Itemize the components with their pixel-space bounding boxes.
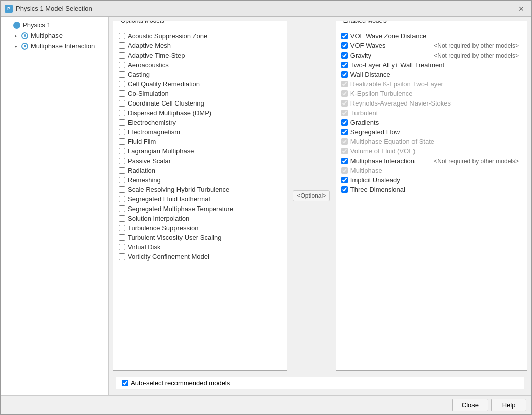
enabled-model-item: K-Epsilon Turbulence	[339, 89, 524, 98]
optional-model-item[interactable]: Coordinate Cell Clustering	[116, 98, 284, 108]
optional-model-item[interactable]: Lagrangian Multiphase	[116, 146, 284, 156]
optional-model-item[interactable]: Adaptive Mesh	[116, 41, 284, 50]
optional-arrow-label[interactable]: <Optional>	[293, 190, 330, 201]
optional-model-checkbox[interactable]	[119, 90, 125, 97]
enabled-model-checkbox[interactable]	[341, 52, 348, 59]
optional-model-checkbox[interactable]	[119, 196, 125, 202]
enabled-model-label: VOF Waves	[350, 42, 431, 49]
optional-model-label: Segregated Fluid Isothermal	[128, 195, 210, 203]
optional-model-item[interactable]: Dispersed Multiphase (DMP)	[116, 108, 284, 118]
enabled-model-checkbox[interactable]	[341, 129, 348, 135]
tree-panel: Physics 1 ▸ Multiphase ▸ Multiphase Inte…	[1, 17, 109, 395]
optional-model-item[interactable]: Electromagnetism	[116, 127, 284, 137]
enabled-model-checkbox[interactable]	[341, 119, 348, 126]
enabled-model-item: Multiphase Equation of State	[339, 137, 524, 146]
optional-model-checkbox[interactable]	[119, 234, 125, 241]
optional-model-label: Turbulence Suppression	[128, 224, 198, 232]
auto-select-checkbox[interactable]	[122, 380, 128, 386]
tree-label-multiphase: Multiphase	[31, 32, 63, 39]
tree-item-physics1[interactable]: Physics 1	[1, 20, 108, 30]
footer: Close Help	[1, 395, 531, 414]
optional-model-checkbox[interactable]	[119, 225, 125, 231]
optional-model-checkbox[interactable]	[119, 215, 125, 222]
optional-model-checkbox[interactable]	[119, 244, 125, 250]
optional-model-checkbox[interactable]	[119, 148, 125, 154]
optional-model-checkbox[interactable]	[119, 138, 125, 145]
enabled-model-checkbox[interactable]	[341, 33, 348, 39]
optional-model-checkbox[interactable]	[119, 253, 125, 260]
optional-model-item[interactable]: Vorticity Confinement Model	[116, 252, 284, 262]
close-window-button[interactable]: ✕	[515, 3, 527, 15]
optional-model-checkbox[interactable]	[119, 177, 125, 183]
optional-model-label: Radiation	[128, 167, 155, 174]
optional-model-checkbox[interactable]	[119, 167, 125, 174]
optional-model-label: Segregated Multiphase Temperature	[128, 205, 233, 213]
optional-model-checkbox[interactable]	[119, 71, 125, 78]
optional-model-item[interactable]: Segregated Fluid Isothermal	[116, 194, 284, 204]
optional-model-label: Adaptive Time-Step	[128, 51, 185, 59]
optional-model-item[interactable]: Virtual Disk	[116, 242, 284, 252]
optional-model-label: Casting	[128, 71, 150, 78]
optional-model-checkbox[interactable]	[119, 62, 125, 68]
optional-model-label: Passive Scalar	[128, 157, 171, 165]
optional-model-item[interactable]: Remeshing	[116, 175, 284, 185]
enabled-model-item: Gradients	[339, 118, 524, 127]
optional-model-item[interactable]: Adaptive Time-Step	[116, 50, 284, 60]
optional-model-label: Virtual Disk	[128, 243, 161, 251]
optional-model-item[interactable]: Co-Simulation	[116, 89, 284, 98]
optional-model-item[interactable]: Electrochemistry	[116, 118, 284, 127]
optional-model-label: Aeroacoustics	[128, 61, 169, 69]
auto-select-label[interactable]: Auto-select recommended models	[131, 379, 230, 387]
enabled-model-checkbox[interactable]	[341, 186, 348, 193]
expand-icon	[5, 22, 11, 28]
optional-model-checkbox[interactable]	[119, 42, 125, 49]
enabled-model-checkbox[interactable]	[341, 71, 348, 78]
optional-model-checkbox[interactable]	[119, 110, 125, 116]
enabled-model-label: Three Dimensional	[350, 186, 522, 193]
optional-model-checkbox[interactable]	[119, 33, 125, 39]
optional-model-checkbox[interactable]	[119, 81, 125, 87]
enabled-model-checkbox[interactable]	[341, 62, 348, 68]
optional-model-item[interactable]: Solution Interpolation	[116, 214, 284, 223]
enabled-model-checkbox[interactable]	[341, 177, 348, 183]
enabled-model-checkbox	[341, 110, 348, 116]
enabled-model-label: Turbulent	[350, 109, 522, 117]
enabled-model-label: VOF Wave Zone Distance	[350, 32, 522, 40]
optional-model-item[interactable]: Acoustic Suppression Zone	[116, 31, 284, 41]
expand-icon-multiphase: ▸	[13, 33, 19, 39]
enabled-model-label: Gravity	[350, 51, 431, 59]
optional-model-item[interactable]: Cell Quality Remediation	[116, 79, 284, 89]
help-button[interactable]: Help	[491, 399, 526, 411]
optional-model-checkbox[interactable]	[119, 186, 125, 193]
enabled-model-checkbox	[341, 100, 348, 107]
enabled-model-label: Segregated Flow	[350, 128, 522, 136]
optional-model-item[interactable]: Casting	[116, 70, 284, 79]
optional-model-label: Acoustic Suppression Zone	[128, 32, 207, 40]
tree-label-physics1: Physics 1	[23, 21, 51, 29]
optional-model-checkbox[interactable]	[119, 205, 125, 212]
optional-model-checkbox[interactable]	[119, 129, 125, 135]
optional-model-item[interactable]: Turbulence Suppression	[116, 223, 284, 233]
tree-item-multiphase[interactable]: ▸ Multiphase	[9, 30, 108, 41]
optional-model-item[interactable]: Fluid Film	[116, 137, 284, 146]
enabled-model-checkbox[interactable]	[341, 158, 348, 164]
enabled-model-label: Implicit Unsteady	[350, 176, 522, 184]
enabled-model-label: Wall Distance	[350, 71, 522, 78]
enabled-model-checkbox[interactable]	[341, 42, 348, 49]
optional-model-checkbox[interactable]	[119, 100, 125, 107]
optional-model-checkbox[interactable]	[119, 52, 125, 59]
optional-model-item[interactable]: Turbulent Viscosity User Scaling	[116, 233, 284, 242]
tree-item-multiphase-interaction[interactable]: ▸ Multiphase Interaction	[9, 41, 108, 51]
optional-model-checkbox[interactable]	[119, 119, 125, 126]
enabled-model-label: Volume of Fluid (VOF)	[350, 147, 522, 155]
close-button[interactable]: Close	[452, 399, 488, 411]
optional-model-item[interactable]: Segregated Multiphase Temperature	[116, 204, 284, 214]
optional-model-item[interactable]: Passive Scalar	[116, 156, 284, 166]
optional-model-item[interactable]: Scale Resolving Hybrid Turbulence	[116, 185, 284, 194]
optional-model-item[interactable]: Aeroacoustics	[116, 60, 284, 70]
optional-model-label: Lagrangian Multiphase	[128, 147, 194, 155]
optional-model-item[interactable]: Radiation	[116, 166, 284, 175]
enabled-model-note: <Not required by other models>	[434, 42, 522, 49]
enabled-model-label: Two-Layer All y+ Wall Treatment	[350, 61, 522, 69]
optional-model-checkbox[interactable]	[119, 158, 125, 164]
